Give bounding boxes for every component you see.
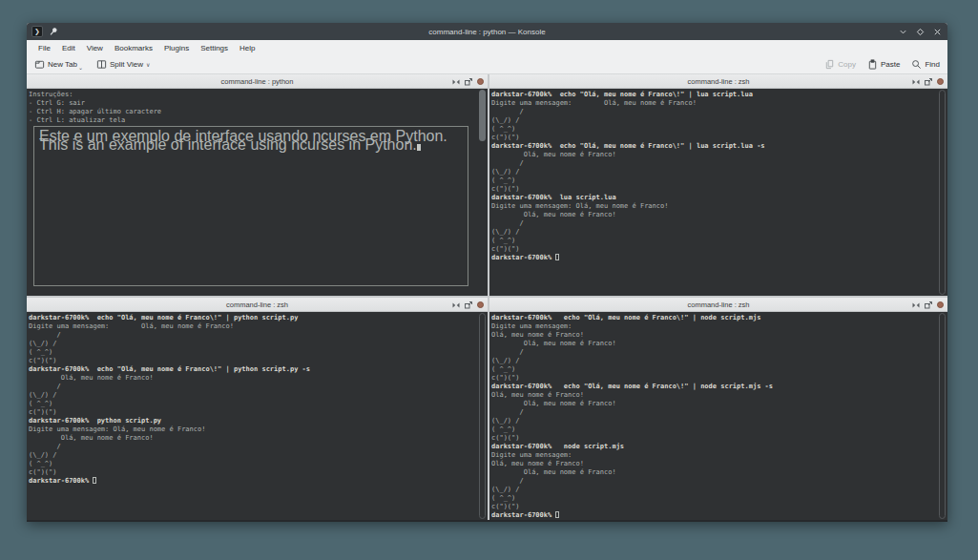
- terminal-line: Digite uma mensagem: Olá, meu nome é Fra…: [491, 99, 936, 108]
- terminal-line: /: [491, 408, 936, 417]
- terminal-line: darkstar-6700k% echo "Olá, meu nome é Fr…: [491, 314, 936, 322]
- copy-button[interactable]: Copy: [824, 59, 856, 70]
- terminal-line: darkstar-6700k% echo "Olá, meu nome é Fr…: [491, 91, 936, 99]
- terminal-view-python[interactable]: Instruções:- Ctrl G: sair- Ctrl H: apaga…: [27, 89, 488, 296]
- scrollbar[interactable]: [479, 313, 486, 519]
- terminal-view-lua[interactable]: darkstar-6700k% echo "Olá, meu nome é Fr…: [489, 89, 947, 296]
- konsole-window: ❯ command-line : python — Konsole File E…: [27, 23, 947, 522]
- scrollbar-handle[interactable]: [479, 90, 486, 141]
- terminal-line: This is an example of interface using nc…: [39, 140, 468, 149]
- terminal-line: ( ^_^): [29, 400, 476, 408]
- paste-button[interactable]: Paste: [867, 59, 900, 70]
- terminal-line: darkstar-6700k%: [491, 254, 936, 262]
- konsole-app-icon: ❯: [31, 26, 43, 37]
- ncurses-text-box[interactable]: Este e um exemplo de interface usando nc…: [33, 126, 468, 286]
- pane-top-left[interactable]: command-line : python Instruções:- Ctrl …: [27, 74, 488, 296]
- terminal-output[interactable]: darkstar-6700k% echo "Olá, meu nome é Fr…: [29, 314, 476, 520]
- terminal-line: ( ^_^): [491, 176, 936, 185]
- terminal-cursor: [417, 144, 421, 151]
- pane-bottom-right-header[interactable]: command-line : zsh: [489, 298, 947, 312]
- new-tab-button[interactable]: New Tab ⌄: [34, 59, 83, 70]
- terminal-line: /: [491, 159, 936, 168]
- maximize-button[interactable]: [915, 27, 925, 36]
- terminal-line: (\_/) /: [491, 417, 936, 425]
- terminal-line: Olá, meu nome é Franco!: [491, 151, 936, 159]
- title-bar[interactable]: ❯ command-line : python — Konsole: [27, 23, 947, 40]
- terminal-line: ( ^_^): [29, 348, 476, 357]
- terminal-line: c(")("): [491, 134, 936, 142]
- split-view-area: command-line : python Instruções:- Ctrl …: [27, 74, 947, 520]
- menu-edit[interactable]: Edit: [56, 44, 81, 52]
- scrollbar[interactable]: [939, 90, 946, 295]
- pane-title: command-line : zsh: [226, 301, 288, 309]
- menu-file[interactable]: File: [32, 44, 56, 52]
- terminal-line: c(")("): [491, 374, 936, 383]
- terminal-line: ( ^_^): [491, 125, 936, 134]
- menu-settings[interactable]: Settings: [195, 44, 234, 52]
- pane-bottom-right[interactable]: command-line : zsh darkstar-6700k% echo …: [489, 298, 947, 520]
- terminal-line: Olá, meu nome é Franco!: [29, 434, 476, 443]
- pane-title: command-line : zsh: [687, 301, 749, 309]
- terminal-line: (\_/) /: [491, 116, 936, 125]
- horizontal-splitter[interactable]: [27, 296, 947, 298]
- scrollbar-handle[interactable]: [939, 313, 946, 519]
- terminal-output[interactable]: darkstar-6700k% echo "Olá, meu nome é Fr…: [491, 314, 936, 520]
- scrollbar-handle[interactable]: [479, 313, 486, 519]
- pane-top-right-header[interactable]: command-line : zsh: [489, 74, 947, 89]
- menu-plugins[interactable]: Plugins: [158, 44, 195, 52]
- pane-maximize-icon[interactable]: [912, 78, 920, 86]
- terminal-line: (\_/) /: [29, 451, 476, 460]
- terminal-line: - Ctrl G: sair: [29, 99, 476, 108]
- terminal-line: ( ^_^): [29, 460, 476, 468]
- paste-icon: [867, 59, 878, 70]
- terminal-line: /: [491, 219, 936, 228]
- pane-detach-icon[interactable]: [925, 78, 932, 86]
- pane-detach-icon[interactable]: [465, 301, 472, 309]
- new-tab-icon: [34, 59, 45, 70]
- menu-help[interactable]: Help: [234, 44, 260, 52]
- menu-bookmarks[interactable]: Bookmarks: [109, 44, 158, 52]
- terminal-line: Olá, meu nome é Franco!: [29, 374, 476, 383]
- terminal-line: /: [491, 348, 936, 357]
- split-view-button[interactable]: Split View ∨: [96, 59, 150, 70]
- terminal-line: darkstar-6700k% echo "Olá, meu nome é Fr…: [29, 365, 476, 374]
- pane-bottom-left-header[interactable]: command-line : zsh: [27, 298, 488, 312]
- pane-maximize-icon[interactable]: [452, 78, 460, 86]
- scrollbar[interactable]: [479, 90, 486, 295]
- terminal-line: Olá, meu nome é Franco!: [491, 331, 936, 340]
- pane-top-left-header[interactable]: command-line : python: [27, 74, 488, 89]
- terminal-line: darkstar-6700k% python script.py: [29, 417, 476, 425]
- terminal-line: /: [29, 383, 476, 391]
- menu-view[interactable]: View: [81, 44, 109, 52]
- pane-close-icon[interactable]: [937, 78, 944, 85]
- pane-maximize-icon[interactable]: [452, 301, 460, 309]
- close-button[interactable]: [932, 27, 942, 36]
- terminal-line: Olá, meu nome é Franco!: [491, 340, 936, 348]
- split-view-icon: [96, 59, 107, 70]
- terminal-line: (\_/) /: [491, 228, 936, 237]
- pane-detach-icon[interactable]: [465, 78, 472, 86]
- pane-close-icon[interactable]: [937, 301, 944, 308]
- pane-close-icon[interactable]: [477, 301, 484, 308]
- scrollbar-handle[interactable]: [939, 90, 946, 295]
- toolbar: New Tab ⌄ Split View ∨ Copy Paste: [27, 55, 947, 74]
- terminal-line: Digite uma mensagem: Olá, meu nome é Fra…: [491, 202, 936, 211]
- pane-bottom-left[interactable]: command-line : zsh darkstar-6700k% echo …: [27, 298, 488, 520]
- terminal-line: darkstar-6700k% lua script.lua: [491, 194, 936, 202]
- terminal-line: /: [491, 477, 936, 486]
- pane-top-right[interactable]: command-line : zsh darkstar-6700k% echo …: [489, 74, 947, 296]
- pane-maximize-icon[interactable]: [912, 301, 920, 309]
- terminal-view-python-script[interactable]: darkstar-6700k% echo "Olá, meu nome é Fr…: [27, 312, 488, 520]
- terminal-view-node[interactable]: darkstar-6700k% echo "Olá, meu nome é Fr…: [489, 312, 947, 520]
- minimize-button[interactable]: [898, 27, 907, 36]
- pane-close-icon[interactable]: [477, 78, 484, 85]
- split-view-caret-icon[interactable]: ∨: [146, 61, 150, 68]
- terminal-line: darkstar-6700k% echo "Olá, meu nome é Fr…: [491, 142, 936, 151]
- pane-detach-icon[interactable]: [925, 301, 932, 309]
- terminal-line: - Ctrl H: apagar último caractere: [29, 108, 476, 116]
- scrollbar[interactable]: [939, 313, 946, 519]
- find-button[interactable]: Find: [911, 59, 940, 70]
- terminal-output[interactable]: darkstar-6700k% echo "Olá, meu nome é Fr…: [491, 91, 936, 296]
- terminal-line: Digite uma mensagem: Olá, meu nome é Fra…: [29, 425, 476, 434]
- new-tab-caret-icon[interactable]: ⌄: [78, 64, 83, 71]
